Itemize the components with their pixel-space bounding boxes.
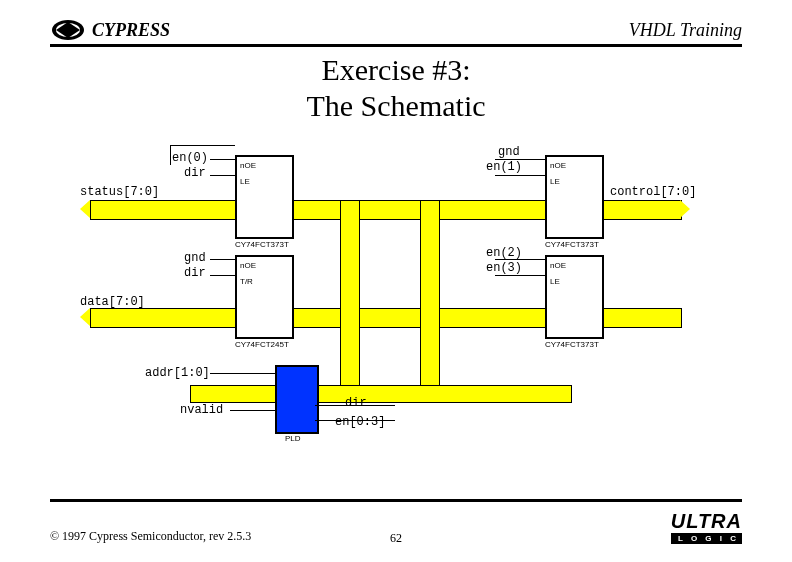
logo: CYPRESS <box>50 16 170 44</box>
sig-nvalid: nvalid <box>180 403 223 417</box>
sig-status: status[7:0] <box>80 185 159 199</box>
sig-dir-out: dir <box>345 396 367 410</box>
chip-373-mr-label: CY74FCT373T <box>545 340 599 349</box>
schematic-diagram: nOE LE CY74FCT373T nOE LE CY74FCT373T nO… <box>50 140 742 470</box>
title-line2: The Schematic <box>0 88 792 124</box>
chip-373-tl: nOE LE <box>235 155 294 239</box>
arrow-icon <box>80 200 90 218</box>
page-title: Exercise #3: The Schematic <box>0 52 792 124</box>
sig-en0: en(0) <box>172 151 208 165</box>
sig-en3: en(3) <box>486 261 522 275</box>
chip-373-tr: nOE LE <box>545 155 604 239</box>
chip-noe: nOE <box>240 161 256 170</box>
wire <box>210 175 235 176</box>
wire <box>210 259 235 260</box>
wire <box>170 145 235 146</box>
chip-373-tl-label: CY74FCT373T <box>235 240 289 249</box>
chip-noe: nOE <box>550 161 566 170</box>
chip-373-mr: nOE LE <box>545 255 604 339</box>
ultra-text: ULTRA <box>671 510 742 533</box>
title-line1: Exercise #3: <box>0 52 792 88</box>
sig-dir2: dir <box>184 266 206 280</box>
vertical-bus-right <box>420 200 440 402</box>
chip-le: LE <box>240 177 250 186</box>
wire <box>230 410 275 411</box>
sig-dir: dir <box>184 166 206 180</box>
sig-gnd: gnd <box>498 145 520 159</box>
brand-text: CYPRESS <box>92 20 170 41</box>
wire <box>210 373 275 374</box>
footer-rule <box>50 499 742 502</box>
wire <box>495 175 545 176</box>
sig-control: control[7:0] <box>610 185 696 199</box>
sig-gnd2: gnd <box>184 251 206 265</box>
chip-245: nOE T/R <box>235 255 294 339</box>
sig-en2: en(2) <box>486 246 522 260</box>
chip-noe: nOE <box>550 261 566 270</box>
wire <box>210 159 235 160</box>
chip-373-tr-label: CY74FCT373T <box>545 240 599 249</box>
arrow-icon <box>680 200 690 218</box>
pld-block <box>275 365 319 434</box>
chip-245-label: CY74FCT245T <box>235 340 289 349</box>
sig-en-bus: en[0:3] <box>335 415 385 429</box>
cypress-icon <box>50 16 86 44</box>
sig-addr: addr[1:0] <box>145 366 210 380</box>
sig-en1: en(1) <box>486 160 522 174</box>
chip-noe: nOE <box>240 261 256 270</box>
wire <box>495 275 545 276</box>
wire <box>170 145 171 165</box>
header-rule <box>50 44 742 47</box>
chip-le: LE <box>550 277 560 286</box>
header-right: VHDL Training <box>629 20 742 41</box>
page-number: 62 <box>0 531 792 546</box>
sig-data: data[7:0] <box>80 295 145 309</box>
pld-label: PLD <box>285 434 301 443</box>
chip-le: LE <box>550 177 560 186</box>
arrow-icon <box>80 308 90 326</box>
chip-tr: T/R <box>240 277 253 286</box>
vertical-bus-left <box>340 200 360 402</box>
bottom-bus <box>190 385 572 403</box>
wire <box>210 275 235 276</box>
header: CYPRESS VHDL Training <box>50 12 742 48</box>
